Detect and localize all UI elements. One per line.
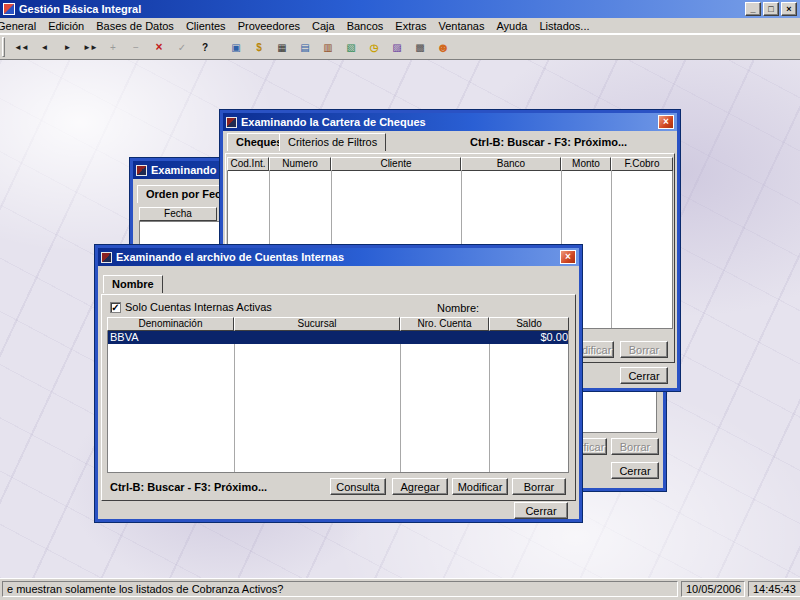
column-header-numero[interactable]: Numero — [269, 157, 331, 171]
chart-icon[interactable]: ▨ — [386, 37, 408, 58]
grid-column — [490, 331, 569, 472]
remove-icon[interactable]: − — [125, 37, 147, 58]
tab-nombre[interactable]: Nombre — [103, 275, 163, 293]
column-header-sucursal[interactable]: Sucursal — [234, 317, 400, 331]
agregar-button[interactable]: Agregar — [392, 478, 448, 495]
cheques-window-title: Examinando la Cartera de Cheques — [241, 116, 426, 128]
menu-edicion[interactable]: Edición — [42, 19, 90, 33]
column-header-nro-cuenta[interactable]: Nro. Cuenta — [400, 317, 489, 331]
fax-icon[interactable]: ▤ — [294, 37, 316, 58]
cerrar-button[interactable]: Cerrar — [620, 367, 668, 384]
cell-denominacion: BBVA — [108, 331, 235, 344]
grid-column — [108, 331, 235, 472]
solo-activas-checkrow: ✓ Solo Cuentas Internas Activas — [110, 301, 272, 313]
menu-caja[interactable]: Caja — [306, 19, 341, 33]
nav-first-icon[interactable]: ◄◄ — [10, 37, 32, 58]
column-header-banco[interactable]: Banco — [461, 157, 561, 171]
cuentas-list[interactable]: BBVA $0.00 — [107, 331, 569, 473]
grid-column — [235, 331, 401, 472]
solo-activas-label: Solo Cuentas Internas Activas — [125, 301, 272, 313]
column-header-saldo[interactable]: Saldo — [489, 317, 569, 331]
cerrar-button[interactable]: Cerrar — [611, 462, 659, 479]
cheques-titlebar[interactable]: Examinando la Cartera de Cheques × — [223, 113, 677, 131]
solo-activas-checkbox[interactable]: ✓ — [110, 302, 121, 313]
application-window: Gestión Básica Integral _ □ × General Ed… — [0, 0, 800, 600]
selected-row-bbva[interactable]: BBVA $0.00 — [108, 331, 568, 344]
minimize-button[interactable]: _ — [745, 2, 761, 16]
column-header-fcobro[interactable]: F.Cobro — [611, 157, 673, 171]
column-header-fecha[interactable]: Fecha — [139, 207, 217, 221]
column-header-monto[interactable]: Monto — [561, 157, 611, 171]
cell-saldo: $0.00 — [490, 331, 569, 344]
borrar-button[interactable]: Borrar — [512, 478, 566, 495]
main-titlebar[interactable]: Gestión Básica Integral _ □ × — [0, 0, 800, 18]
cell-sucursal — [235, 331, 401, 344]
calculator-icon[interactable]: ▦ — [271, 37, 293, 58]
safe-icon[interactable]: ▩ — [409, 37, 431, 58]
toolbar: ◄◄ ◄ ► ►► + − × ✓ ? ▣ $ ▦ ▤ ▥ ▧ ◷ ▨ ▩ ☻ — [0, 34, 800, 60]
status-time: 14:45:43 — [748, 581, 800, 597]
column-header-codint[interactable]: Cod.Int. — [227, 157, 269, 171]
clock-icon[interactable]: ◷ — [363, 37, 385, 58]
user-icon[interactable]: ☻ — [432, 37, 454, 58]
cuentas-window-title: Examinando el archivo de Cuentas Interna… — [116, 251, 344, 263]
nav-previous-icon[interactable]: ◄ — [33, 37, 55, 58]
column-header-cliente[interactable]: Cliente — [331, 157, 461, 171]
status-date: 10/05/2006 — [681, 581, 745, 597]
cuentas-titlebar[interactable]: Examinando el archivo de Cuentas Interna… — [98, 248, 579, 266]
cash-icon[interactable]: $ — [248, 37, 270, 58]
menu-bases-de-datos[interactable]: Bases de Datos — [90, 19, 180, 33]
borrar-button[interactable]: Borrar — [611, 438, 659, 455]
consulta-button[interactable]: Consulta — [330, 478, 386, 495]
notebook-icon[interactable]: ▧ — [340, 37, 362, 58]
borrar-button[interactable]: Borrar — [620, 341, 668, 358]
maximize-button[interactable]: □ — [763, 2, 779, 16]
status-message: e muestran solamente los listados de Cob… — [2, 581, 678, 597]
menu-ventanas[interactable]: Ventanas — [433, 19, 491, 33]
window-icon — [101, 252, 112, 263]
books-icon[interactable]: ▥ — [317, 37, 339, 58]
close-icon[interactable]: × — [560, 250, 576, 264]
toolbar-grip[interactable] — [2, 37, 5, 57]
nav-last-icon[interactable]: ►► — [79, 37, 101, 58]
add-icon[interactable]: + — [102, 37, 124, 58]
window-cuentas-internas: Examinando el archivo de Cuentas Interna… — [95, 245, 582, 522]
app-icon — [3, 3, 15, 15]
fecha-grid: Fecha — [139, 207, 217, 221]
cuentas-grid: Denominación Sucursal Nro. Cuenta Saldo … — [107, 317, 569, 473]
close-icon[interactable]: × — [658, 115, 674, 129]
cheques-hotkey-hint: Ctrl-B: Buscar - F3: Próximo... — [470, 136, 627, 148]
menu-proveedores[interactable]: Proveedores — [232, 19, 306, 33]
modificar-button[interactable]: Modificar — [452, 478, 508, 495]
mdi-desktop: Examinando e × Orden por Fecha Fecha Mod… — [0, 60, 800, 578]
menu-listados[interactable]: Listados... — [533, 19, 595, 33]
menu-bancos[interactable]: Bancos — [341, 19, 390, 33]
menu-general[interactable]: General — [0, 19, 42, 33]
nav-next-icon[interactable]: ► — [56, 37, 78, 58]
close-button[interactable]: × — [781, 2, 797, 16]
window-icon — [226, 117, 237, 128]
app-title: Gestión Básica Integral — [19, 3, 141, 15]
window-icon — [136, 165, 147, 176]
cell-nro-cuenta — [401, 331, 490, 344]
help-icon[interactable]: ? — [194, 37, 216, 58]
confirm-icon[interactable]: ✓ — [171, 37, 193, 58]
menu-extras[interactable]: Extras — [389, 19, 432, 33]
menubar: General Edición Bases de Datos Clientes … — [0, 18, 800, 34]
menu-ayuda[interactable]: Ayuda — [490, 19, 533, 33]
fecha-window-title: Examinando e — [151, 164, 226, 176]
nombre-label: Nombre: — [437, 302, 479, 314]
print-icon[interactable]: ▣ — [225, 37, 247, 58]
column-header-denominacion[interactable]: Denominación — [107, 317, 234, 331]
grid-column — [401, 331, 490, 472]
cerrar-button[interactable]: Cerrar — [514, 502, 568, 519]
tab-criterios-de-filtros[interactable]: Criterios de Filtros — [279, 133, 386, 151]
grid-column — [612, 171, 673, 328]
menu-clientes[interactable]: Clientes — [180, 19, 232, 33]
cuentas-hotkey-hint: Ctrl-B: Buscar - F3: Próximo... — [110, 481, 267, 493]
cuentas-tab-page: ✓ Solo Cuentas Internas Activas Nombre: … — [101, 294, 576, 501]
cancel-icon[interactable]: × — [148, 37, 170, 58]
statusbar: e muestran solamente los listados de Cob… — [0, 578, 800, 600]
